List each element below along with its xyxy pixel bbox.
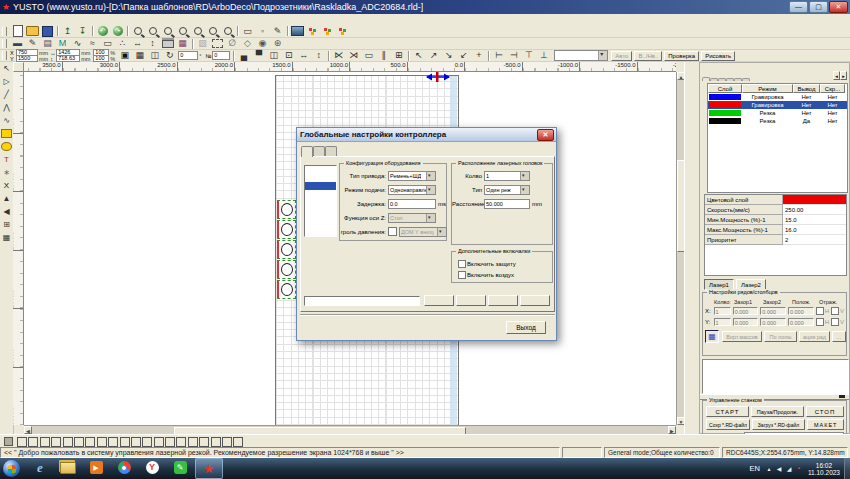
array-copy-icon[interactable]: ⊞	[391, 50, 406, 62]
y-position-input[interactable]: 1500	[16, 55, 38, 62]
property-row[interactable]: Макс.Мощность (%)-116.0	[705, 225, 846, 235]
palette-color[interactable]	[85, 437, 95, 447]
field-combo[interactable]: Стол	[388, 213, 436, 223]
text-m-icon[interactable]: M	[55, 38, 70, 50]
dialog-button[interactable]	[520, 295, 550, 306]
zoom-page-icon[interactable]	[205, 25, 220, 37]
property-row[interactable]: Мин.Мощность (%)-115.0	[705, 215, 846, 225]
flip-vertical-tool-icon[interactable]: ▲	[1, 192, 13, 205]
rectangle-tool-icon[interactable]	[1, 127, 13, 140]
pick-point-icon[interactable]: ◦	[255, 25, 270, 37]
alert-flag-icon[interactable]: ▪	[794, 465, 804, 472]
layer-row[interactable]: ГравировкаНетНет	[708, 101, 847, 109]
field-combo[interactable]: Ремень+ШД	[388, 171, 436, 181]
save-rd-button[interactable]: Сохр *.RD-файл	[706, 419, 750, 430]
palette-color[interactable]	[131, 437, 141, 447]
maximize-button[interactable]: ▢	[809, 1, 828, 13]
smooth-icon[interactable]: ≈	[85, 38, 100, 50]
print-icon[interactable]	[160, 38, 175, 50]
layer-row[interactable]: ГравировкаНетНет	[708, 93, 847, 101]
y-gap1-input[interactable]: 0.000	[733, 318, 759, 326]
preview-monitor-icon[interactable]	[290, 25, 305, 37]
rect-icon[interactable]: ▭	[100, 38, 115, 50]
palette-color[interactable]	[211, 437, 221, 447]
nodes-icon[interactable]: ∴	[115, 38, 130, 50]
palette-color[interactable]	[176, 437, 186, 447]
panel-tab[interactable]	[718, 78, 726, 81]
layer-row[interactable]: РезкаДаНет	[708, 117, 847, 125]
combo-arrow-icon[interactable]	[426, 172, 435, 180]
gear-edit-icon[interactable]: ⊛	[270, 38, 285, 50]
center-h-icon[interactable]: ⋉	[331, 50, 346, 62]
palette-color[interactable]	[17, 437, 27, 447]
fit-height-icon[interactable]: ↕	[145, 38, 160, 50]
marquee-icon[interactable]	[210, 38, 225, 50]
exit-button[interactable]: Выход	[506, 321, 546, 334]
rotate-icon[interactable]: ↻	[162, 50, 177, 62]
vertical-scrollbar[interactable]: ▲ ▼	[676, 72, 684, 425]
align-top-left-icon[interactable]: ↖	[411, 50, 426, 62]
dialog-tab[interactable]	[301, 146, 313, 157]
polyline-tool-icon[interactable]: ⋀	[1, 101, 13, 114]
checkbox[interactable]: Включить защиту	[458, 260, 552, 268]
close-button[interactable]: ✕	[829, 1, 848, 13]
zoom-window-icon[interactable]	[130, 25, 145, 37]
eye-icon[interactable]: ◉	[255, 38, 270, 50]
chrome-icon[interactable]	[111, 458, 137, 477]
array-sim-icon-2[interactable]	[320, 25, 335, 37]
ellipse-tool-icon[interactable]	[1, 140, 13, 153]
x-count-input[interactable]: 1	[714, 307, 731, 315]
x-offset-input[interactable]: 0.000	[788, 307, 814, 315]
panel-tab[interactable]	[742, 78, 750, 81]
tabs-scroll-right-icon[interactable]: ▸	[840, 71, 847, 80]
zoom-out-icon[interactable]	[160, 25, 175, 37]
field-combo[interactable]: ДОМ Y внизу	[399, 227, 447, 237]
checkbox[interactable]: Включить воздух	[458, 271, 552, 279]
panel-tab[interactable]	[726, 78, 734, 81]
rotation-input[interactable]: 0	[178, 51, 198, 60]
line-tool-icon[interactable]: ╱	[1, 88, 13, 101]
start-button[interactable]: СТАРТ	[706, 406, 749, 417]
in-out-button[interactable]: В../Нв..	[634, 51, 662, 61]
save-file-icon[interactable]	[40, 25, 55, 37]
stop-button[interactable]: СТОП	[806, 406, 844, 417]
panel-tab[interactable]	[702, 77, 710, 81]
field-combo[interactable]: Однонаправлен	[388, 185, 436, 195]
zoom-all-icon[interactable]	[220, 25, 235, 37]
x-gap2-input[interactable]: 0.000	[760, 307, 786, 315]
network-icon[interactable]: ◢	[784, 465, 794, 472]
rotation-array-button[interactable]: ация рад	[799, 331, 830, 342]
height-input[interactable]: 718.63	[56, 55, 80, 62]
zoom-selection-icon[interactable]	[190, 25, 205, 37]
number-input[interactable]: 0	[212, 51, 230, 60]
array-sim-icon-3[interactable]	[335, 25, 350, 37]
config-file-input[interactable]	[304, 296, 420, 306]
field-combo[interactable]: Один реж	[484, 185, 530, 195]
select-tool-icon[interactable]: ↖	[1, 62, 13, 75]
minimize-button[interactable]: —	[789, 1, 808, 13]
export-file-icon[interactable]: ↧	[75, 25, 90, 37]
mirror-h-checkbox[interactable]: H	[816, 307, 829, 315]
frame-select-icon[interactable]: ▭	[240, 25, 255, 37]
palette-color[interactable]	[28, 437, 38, 447]
dialog-list-item[interactable]	[305, 166, 336, 174]
align-right-icon[interactable]: ⊣	[506, 50, 521, 62]
wave-icon[interactable]: ∿	[70, 38, 85, 50]
distribute-h-icon[interactable]: ∥	[376, 50, 391, 62]
auto-button[interactable]: Авто	[611, 51, 632, 61]
center-v-icon[interactable]: ⋊	[346, 50, 361, 62]
redo-icon[interactable]: ↷	[110, 25, 125, 37]
y-count-input[interactable]: 1	[714, 318, 731, 326]
socket-shape[interactable]	[277, 200, 296, 219]
dialog-button[interactable]	[424, 295, 454, 306]
zoom-extents-icon[interactable]	[175, 25, 190, 37]
anchor-grid-icon[interactable]: ▦	[132, 50, 147, 62]
same-width-icon[interactable]: ◫	[266, 50, 281, 62]
tabs-scroll-left-icon[interactable]: ◂	[833, 71, 840, 80]
messenger-icon[interactable]: ✎	[167, 458, 193, 477]
property-row[interactable]: Скорость(мм/с)250.00	[705, 205, 846, 215]
y-gap2-input[interactable]: 0.000	[760, 318, 786, 326]
property-row[interactable]: Цветовой слой	[705, 195, 846, 205]
dialog-close-button[interactable]: ✕	[537, 129, 554, 141]
palette-color[interactable]	[40, 437, 50, 447]
